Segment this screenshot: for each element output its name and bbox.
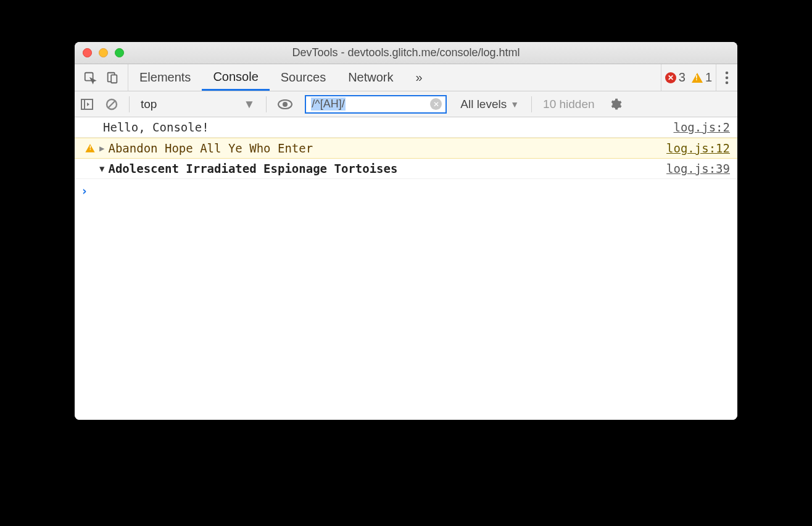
live-expression-icon[interactable] (271, 99, 299, 109)
message-text: Abandon Hope All Ye Who Enter (108, 141, 666, 155)
svg-rect-2 (111, 75, 117, 83)
error-count: 3 (679, 70, 686, 85)
toggle-sidebar-icon[interactable] (75, 99, 99, 110)
console-prompt[interactable]: › (75, 179, 737, 202)
main-tabbar: Elements Console Sources Network » ✕ 3 1 (75, 64, 737, 91)
warning-icon (692, 73, 703, 83)
warning-badge[interactable]: 1 (692, 70, 712, 85)
hidden-count[interactable]: 10 hidden (537, 98, 600, 111)
filter-input[interactable]: /^[AH]/ ✕ (305, 95, 447, 114)
log-levels-selector[interactable]: All levels ▼ (453, 98, 526, 111)
error-badge[interactable]: ✕ 3 (665, 70, 686, 85)
source-link[interactable]: log.js:12 (666, 141, 730, 155)
prompt-caret-icon: › (81, 184, 88, 198)
clear-console-icon[interactable] (99, 98, 124, 111)
console-message[interactable]: Hello, Console! log.js:2 (75, 117, 737, 138)
svg-point-4 (726, 76, 729, 79)
more-menu-icon[interactable] (716, 64, 737, 91)
context-selector[interactable]: top ▼ (135, 98, 261, 111)
window-title: DevTools - devtools.glitch.me/console/lo… (75, 46, 737, 59)
tab-elements[interactable]: Elements (128, 64, 202, 91)
tab-console[interactable]: Console (202, 64, 269, 91)
devtools-window: DevTools - devtools.glitch.me/console/lo… (75, 42, 737, 420)
error-icon: ✕ (665, 72, 676, 83)
levels-label: All levels (460, 98, 507, 111)
svg-line-9 (109, 101, 115, 107)
titlebar: DevTools - devtools.glitch.me/console/lo… (75, 42, 737, 64)
warning-icon (85, 144, 94, 152)
chevron-down-icon: ▼ (510, 99, 519, 109)
svg-point-5 (726, 81, 729, 84)
message-text: Hello, Console! (103, 120, 673, 134)
console-message-group[interactable]: ▼ Adolescent Irradiated Espionage Tortoi… (75, 159, 737, 179)
tab-network[interactable]: Network (337, 64, 404, 91)
message-text: Adolescent Irradiated Espionage Tortoise… (108, 162, 666, 175)
disclosure-icon[interactable]: ▼ (99, 164, 104, 173)
console-message-warning[interactable]: ▶ Abandon Hope All Ye Who Enter log.js:1… (75, 138, 737, 159)
inspect-controls (75, 64, 128, 91)
svg-point-3 (726, 71, 729, 74)
chevron-down-icon: ▼ (243, 98, 255, 111)
device-toggle-icon[interactable] (106, 71, 119, 85)
issue-status[interactable]: ✕ 3 1 (661, 64, 716, 91)
disclosure-icon[interactable]: ▶ (99, 143, 104, 153)
console-output: Hello, Console! log.js:2 ▶ Abandon Hope … (75, 117, 737, 420)
context-label: top (141, 98, 157, 111)
more-tabs-chevron-icon[interactable]: » (405, 64, 434, 91)
warning-count: 1 (705, 70, 712, 85)
clear-filter-icon[interactable]: ✕ (430, 98, 442, 110)
svg-point-11 (283, 102, 288, 107)
source-link[interactable]: log.js:39 (666, 162, 730, 175)
source-link[interactable]: log.js:2 (673, 120, 730, 134)
settings-gear-icon[interactable] (601, 98, 629, 111)
message-gutter (81, 143, 99, 153)
console-toolbar: top ▼ /^[AH]/ ✕ All levels ▼ 10 hidden (75, 91, 737, 117)
tab-sources[interactable]: Sources (270, 64, 337, 91)
inspect-element-icon[interactable] (83, 71, 97, 85)
filter-text: /^[AH]/ (311, 98, 345, 111)
